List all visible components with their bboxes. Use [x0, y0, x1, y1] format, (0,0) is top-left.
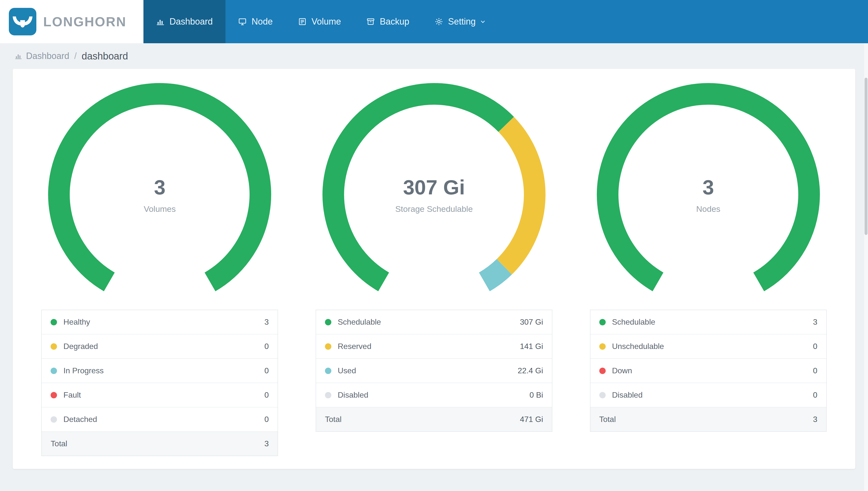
gauge-chart-nodes: 3Nodes — [593, 83, 824, 299]
legend-label: Reserved — [338, 342, 520, 351]
legend-row-down: Down0 — [590, 359, 826, 383]
legend-dot — [599, 392, 606, 398]
setting-icon — [435, 18, 443, 26]
legend-value: 0 — [813, 366, 817, 375]
legend-table-volumes: Healthy3Degraded0In Progress0Fault0Detac… — [41, 310, 278, 456]
legend-label: Unschedulable — [612, 342, 813, 351]
legend-dot — [51, 343, 57, 350]
breadcrumb-separator: / — [73, 51, 78, 61]
main-card: 3VolumesHealthy3Degraded0In Progress0Fau… — [13, 69, 855, 469]
backup-icon — [367, 18, 375, 26]
legend-row-fault: Fault0 — [42, 383, 278, 407]
legend-dot — [599, 343, 606, 350]
legend-total-row: Total471 Gi — [316, 407, 552, 431]
gauge-row: 3VolumesHealthy3Degraded0In Progress0Fau… — [23, 83, 845, 456]
dashboard-icon — [156, 18, 164, 26]
nav-items: DashboardNodeVolumeBackupSetting — [144, 0, 499, 43]
nav-item-label: Backup — [380, 17, 409, 27]
legend-label: Disabled — [612, 391, 813, 400]
legend-value: 0 — [265, 342, 269, 351]
gauge-arc — [44, 83, 275, 299]
legend-total-value: 3 — [813, 415, 817, 424]
nav-item-backup[interactable]: Backup — [354, 0, 422, 43]
nav-item-volume[interactable]: Volume — [285, 0, 354, 43]
gauge-card-volumes: 3VolumesHealthy3Degraded0In Progress0Fau… — [23, 83, 297, 456]
legend-value: 307 Gi — [520, 318, 543, 326]
chevron-down-icon — [480, 18, 486, 25]
legend-value: 141 Gi — [520, 342, 543, 351]
legend-value: 22.4 Gi — [518, 366, 543, 375]
legend-row-disabled: Disabled0 — [590, 383, 826, 407]
legend-total-value: 3 — [265, 439, 269, 448]
legend-dot — [325, 343, 331, 350]
legend-total-label: Total — [51, 439, 264, 448]
legend-value: 0 — [265, 415, 269, 424]
gauge-chart-storage: 307 GiStorage Schedulable — [318, 83, 550, 299]
legend-row-schedulable: Schedulable307 Gi — [316, 310, 552, 335]
scrollbar-thumb[interactable] — [865, 78, 868, 235]
legend-dot — [51, 392, 57, 398]
nav-item-label: Volume — [311, 17, 341, 27]
legend-dot — [325, 368, 331, 374]
legend-row-healthy: Healthy3 — [42, 310, 278, 335]
legend-row-detached: Detached0 — [42, 407, 278, 432]
longhorn-logo-icon — [9, 8, 36, 35]
legend-value: 0 — [813, 342, 817, 351]
nav-item-setting[interactable]: Setting — [422, 0, 499, 43]
nav-item-label: Setting — [448, 17, 475, 27]
gauge-chart-volumes: 3Volumes — [44, 83, 275, 299]
legend-row-used: Used22.4 Gi — [316, 359, 552, 383]
legend-dot — [51, 368, 57, 374]
legend-total-label: Total — [325, 415, 520, 424]
gauge-arc — [318, 83, 550, 299]
legend-value: 3 — [265, 318, 269, 326]
nav-item-dashboard[interactable]: Dashboard — [144, 0, 225, 43]
legend-dot — [325, 319, 331, 325]
legend-table-nodes: Schedulable3Unschedulable0Down0Disabled0… — [590, 310, 827, 432]
gauge-card-storage: 307 GiStorage SchedulableSchedulable307 … — [297, 83, 571, 456]
nav-item-node[interactable]: Node — [225, 0, 285, 43]
legend-row-in-progress: In Progress0 — [42, 359, 278, 383]
legend-row-reserved: Reserved141 Gi — [316, 335, 552, 359]
breadcrumb: Dashboard / dashboard — [0, 43, 868, 69]
legend-label: Schedulable — [612, 318, 813, 326]
legend-value: 0 — [265, 366, 269, 375]
legend-row-disabled: Disabled0 Bi — [316, 383, 552, 407]
app-logo[interactable]: LONGHORN — [0, 0, 144, 43]
legend-label: Used — [338, 366, 518, 375]
legend-label: In Progress — [63, 366, 264, 375]
legend-dot — [599, 368, 606, 374]
legend-total-row: Total3 — [590, 407, 826, 431]
legend-dot — [325, 392, 331, 398]
app-name: LONGHORN — [43, 14, 126, 29]
breadcrumb-section[interactable]: Dashboard — [26, 51, 69, 61]
legend-label: Degraded — [63, 342, 264, 351]
legend-dot — [599, 319, 606, 325]
legend-label: Disabled — [338, 391, 530, 400]
legend-label: Detached — [63, 415, 264, 424]
scrollbar[interactable] — [864, 43, 868, 491]
breadcrumb-page: dashboard — [82, 51, 128, 62]
volume-icon — [298, 18, 307, 26]
legend-row-unschedulable: Unschedulable0 — [590, 335, 826, 359]
legend-table-storage: Schedulable307 GiReserved141 GiUsed22.4 … — [316, 310, 552, 432]
dashboard-icon — [15, 52, 22, 60]
legend-row-schedulable: Schedulable3 — [590, 310, 826, 335]
legend-label: Schedulable — [338, 318, 520, 326]
gauge-card-nodes: 3NodesSchedulable3Unschedulable0Down0Dis… — [571, 83, 845, 456]
legend-row-degraded: Degraded0 — [42, 335, 278, 359]
gauge-arc — [593, 83, 824, 299]
legend-total-value: 471 Gi — [520, 415, 543, 424]
legend-value: 0 Bi — [530, 391, 543, 400]
legend-dot — [51, 319, 57, 325]
legend-label: Healthy — [63, 318, 264, 326]
legend-value: 0 — [265, 391, 269, 400]
nav-item-label: Node — [251, 17, 273, 27]
top-navbar: LONGHORN DashboardNodeVolumeBackupSettin… — [0, 0, 868, 43]
legend-value: 0 — [813, 391, 817, 400]
legend-total-label: Total — [599, 415, 813, 424]
node-icon — [238, 18, 247, 26]
nav-item-label: Dashboard — [169, 17, 213, 27]
legend-value: 3 — [813, 318, 817, 326]
legend-dot — [51, 416, 57, 423]
